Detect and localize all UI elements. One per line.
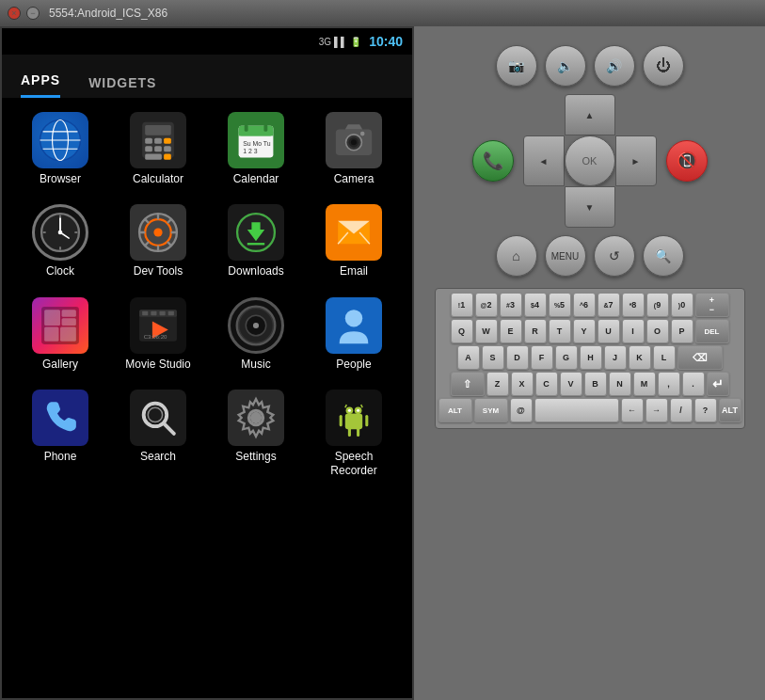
key-0[interactable]: )0: [671, 293, 693, 317]
key-m[interactable]: M: [633, 372, 656, 396]
key-9[interactable]: (9: [646, 293, 669, 317]
controls-panel: 📷 🔈 🔊 ⏻ 📞 ▲ ◄ OK ► ▼: [439, 45, 741, 277]
dpad-up-button[interactable]: ▲: [565, 94, 615, 135]
app-music[interactable]: Music: [212, 293, 300, 375]
key-w[interactable]: W: [475, 319, 498, 343]
menu-button[interactable]: MENU: [545, 235, 586, 277]
key-v[interactable]: V: [560, 372, 582, 396]
key-5[interactable]: %5: [549, 293, 571, 317]
app-people[interactable]: People: [310, 293, 398, 375]
app-speechrecorder[interactable]: Speech Recorder: [310, 385, 398, 482]
app-calendar[interactable]: Su Mo Tu 1 2 3 Calendar: [212, 107, 300, 190]
dpad: ▲ ◄ OK ► ▼: [523, 94, 657, 228]
volume-down-button[interactable]: 🔈: [545, 45, 586, 87]
key-l[interactable]: L: [653, 345, 676, 370]
key-sym[interactable]: SYM: [474, 398, 508, 422]
key-period[interactable]: .: [682, 372, 705, 396]
app-camera[interactable]: Camera: [310, 107, 398, 190]
key-1[interactable]: !1: [451, 293, 473, 317]
key-b[interactable]: B: [584, 372, 607, 396]
dpad-right-button[interactable]: ►: [615, 135, 657, 186]
svg-rect-55: [44, 310, 60, 326]
dpad-center-button[interactable]: OK: [565, 135, 615, 186]
back-button[interactable]: ↺: [594, 235, 635, 277]
key-alt-left[interactable]: ALT: [438, 398, 472, 422]
key-p[interactable]: P: [671, 319, 693, 343]
app-settings[interactable]: Settings: [212, 385, 300, 482]
key-e[interactable]: E: [500, 319, 522, 343]
key-s[interactable]: S: [482, 345, 504, 370]
key-plus-minus[interactable]: +−: [695, 293, 729, 317]
key-d[interactable]: D: [506, 345, 529, 370]
key-r[interactable]: R: [524, 319, 547, 343]
key-space[interactable]: [534, 398, 619, 422]
app-moviestudio[interactable]: C3:06:20 Movie Studio: [114, 293, 202, 375]
bottom-controls: ⌂ MENU ↺ 🔍: [496, 235, 684, 277]
key-g[interactable]: G: [555, 345, 578, 370]
key-backspace[interactable]: ⌫: [677, 345, 723, 370]
key-shift[interactable]: ⇧: [451, 372, 485, 396]
key-6[interactable]: ^6: [573, 293, 596, 317]
svg-line-88: [361, 405, 363, 407]
key-f[interactable]: F: [531, 345, 553, 370]
key-j[interactable]: J: [604, 345, 627, 370]
key-c[interactable]: C: [535, 372, 558, 396]
key-arrow-right[interactable]: →: [645, 398, 668, 422]
key-at[interactable]: @: [510, 398, 533, 422]
key-h[interactable]: H: [580, 345, 602, 370]
app-email[interactable]: Email: [310, 199, 398, 282]
key-o[interactable]: O: [646, 319, 669, 343]
key-7[interactable]: &7: [598, 293, 620, 317]
key-3[interactable]: #3: [500, 293, 522, 317]
gallery-label: Gallery: [42, 358, 78, 371]
calculator-icon: [130, 112, 186, 168]
dpad-left-button[interactable]: ◄: [523, 135, 565, 186]
keyboard-row-bottom: ALT SYM @ ← → / ? ALT: [439, 398, 741, 422]
app-clock[interactable]: Clock: [16, 199, 104, 282]
tab-apps[interactable]: APPS: [21, 72, 60, 98]
key-question[interactable]: ?: [694, 398, 717, 422]
dpad-down-button[interactable]: ▼: [565, 186, 615, 228]
key-i[interactable]: I: [622, 319, 645, 343]
key-8[interactable]: *8: [622, 293, 645, 317]
home-button[interactable]: ⌂: [496, 235, 537, 277]
key-n[interactable]: N: [609, 372, 631, 396]
app-browser[interactable]: Browser: [16, 107, 104, 190]
key-slash[interactable]: /: [670, 398, 693, 422]
keyboard: !1 @2 #3 $4 %5 ^6 &7 *8 (9 )0 +− Q W E R…: [435, 288, 745, 429]
camera-button[interactable]: 📷: [496, 45, 537, 87]
key-enter[interactable]: ↵: [707, 372, 729, 396]
search-ctrl-button[interactable]: 🔍: [643, 235, 684, 277]
app-search[interactable]: Search: [114, 385, 202, 482]
minimize-button[interactable]: −: [26, 7, 40, 20]
key-y[interactable]: Y: [573, 319, 596, 343]
power-button[interactable]: ⏻: [643, 45, 684, 87]
app-calculator[interactable]: Calculator: [114, 107, 202, 190]
key-comma[interactable]: ,: [658, 372, 680, 396]
key-del[interactable]: DEL: [695, 319, 729, 343]
app-devtools[interactable]: Dev Tools: [114, 199, 202, 282]
key-z[interactable]: Z: [486, 372, 509, 396]
svg-rect-78: [345, 414, 362, 430]
key-x[interactable]: X: [511, 372, 534, 396]
app-gallery[interactable]: Gallery: [16, 293, 104, 375]
key-alt-right[interactable]: ALT: [719, 398, 741, 422]
tab-widgets[interactable]: WIDGETS: [88, 75, 156, 98]
key-2[interactable]: @2: [475, 293, 498, 317]
key-4[interactable]: $4: [524, 293, 547, 317]
app-phone[interactable]: Phone: [16, 385, 104, 482]
key-a[interactable]: A: [457, 345, 480, 370]
key-k[interactable]: K: [629, 345, 651, 370]
downloads-icon: [228, 204, 284, 261]
devtools-icon: [130, 204, 186, 261]
call-red-button[interactable]: 📵: [666, 140, 708, 182]
key-q[interactable]: Q: [451, 319, 473, 343]
volume-up-button[interactable]: 🔊: [594, 45, 635, 87]
close-button[interactable]: ×: [8, 7, 21, 20]
settings-icon: [228, 390, 284, 446]
app-downloads[interactable]: Downloads: [212, 199, 300, 282]
key-t[interactable]: T: [549, 319, 571, 343]
call-green-button[interactable]: 📞: [472, 140, 514, 182]
key-arrow-left[interactable]: ←: [621, 398, 644, 422]
key-u[interactable]: U: [598, 319, 620, 343]
